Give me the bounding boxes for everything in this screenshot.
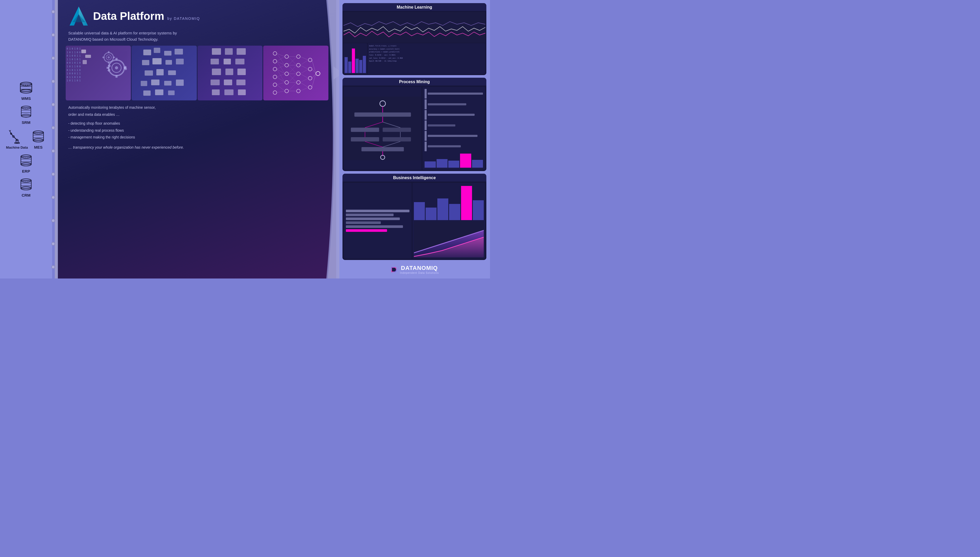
svg-rect-97: [237, 68, 245, 75]
brand-sub: Independent Data Solutions: [400, 272, 439, 274]
brand-subtitle: by DATANOMIQ: [167, 16, 200, 21]
svg-point-122: [308, 77, 312, 80]
svg-rect-103: [238, 90, 245, 95]
svg-line-156: [300, 82, 308, 87]
svg-point-47: [23, 181, 24, 182]
erp-item: ERP: [18, 154, 34, 173]
svg-rect-171: [383, 127, 411, 132]
svg-rect-69: [113, 57, 115, 58]
svg-rect-56: [115, 58, 117, 60]
svg-rect-90: [225, 48, 232, 55]
logo: [68, 5, 89, 28]
svg-rect-99: [224, 80, 232, 85]
svg-point-66: [108, 56, 110, 59]
svg-point-15: [27, 109, 28, 109]
mes-icon: [31, 130, 46, 144]
svg-rect-75: [142, 60, 150, 65]
svg-rect-68: [108, 62, 109, 64]
svg-rect-174: [351, 137, 379, 141]
srm-label: SRM: [22, 120, 30, 125]
machine-data-icon: [8, 129, 26, 145]
brand-logo: DATANOMIQ Independent Data Solutions: [390, 264, 439, 275]
svg-rect-78: [176, 59, 184, 64]
svg-point-105: [273, 59, 277, 63]
bottom-intro: Automatically monitoring terabytes of ma…: [68, 104, 326, 118]
svg-line-135: [277, 82, 285, 85]
panel-binary: 0 1 0 1 0 11 0 1 1 0 00 1 0 0 1 11 1 0 1…: [66, 46, 131, 100]
svg-point-107: [273, 75, 277, 79]
svg-point-109: [273, 91, 277, 94]
svg-point-55: [115, 66, 118, 69]
svg-point-104: [273, 52, 277, 55]
machine-data-label: Machine Data: [6, 145, 28, 150]
svg-rect-76: [153, 58, 162, 64]
svg-rect-91: [236, 48, 245, 55]
crm-label: CRM: [22, 193, 31, 197]
svg-point-123: [308, 86, 312, 89]
svg-line-152: [300, 65, 308, 69]
svg-rect-80: [156, 69, 164, 75]
svg-line-153: [300, 69, 308, 74]
svg-point-120: [308, 58, 312, 62]
title-group: Data Platform by DATANOMIQ: [93, 10, 200, 22]
wms-label: WMS: [21, 96, 31, 101]
svg-point-31: [36, 134, 36, 134]
svg-line-126: [277, 54, 285, 65]
bullet-list: - detecting shop floor anomalies - under…: [68, 120, 326, 141]
svg-point-115: [297, 55, 300, 59]
svg-rect-93: [223, 59, 231, 64]
machine-learning-card: Machine Learning: [343, 3, 486, 75]
mes-label: MES: [34, 145, 43, 150]
svg-point-110: [285, 55, 289, 59]
svg-point-48: [25, 181, 26, 182]
spiral-dot: [51, 149, 55, 153]
svg-point-33: [39, 134, 40, 134]
bi-vbar-area-chart: [413, 183, 485, 259]
machine-data-item: Machine Data: [6, 129, 28, 150]
spiral-dot: [51, 126, 55, 130]
wms-icon: [18, 81, 34, 95]
svg-point-114: [285, 89, 289, 93]
svg-point-116: [297, 64, 300, 67]
svg-rect-95: [211, 68, 221, 75]
svg-rect-73: [164, 51, 172, 55]
svg-rect-81: [168, 70, 176, 75]
spiral-edge: [51, 0, 55, 278]
svg-rect-72: [154, 48, 160, 53]
process-mining-card: Process Mining: [343, 78, 486, 171]
header-area: Data Platform by DATANOMIQ: [58, 0, 336, 29]
svg-line-154: [300, 74, 308, 78]
spiral-dot: [51, 242, 55, 246]
svg-line-130: [277, 65, 285, 69]
svg-point-119: [297, 89, 300, 93]
svg-rect-77: [166, 60, 172, 65]
ml-bar-code: model.fit(X_train, y_train) accuracy = m…: [343, 43, 485, 74]
panel-neural: [263, 46, 328, 100]
pm-bar-chart: [423, 87, 485, 170]
ml-bar-chart: [343, 43, 367, 74]
svg-point-14: [25, 109, 26, 109]
panel-blocks: [132, 46, 197, 100]
svg-rect-94: [235, 59, 244, 64]
svg-rect-102: [224, 90, 233, 95]
svg-point-117: [297, 72, 300, 76]
svg-point-106: [273, 67, 277, 71]
svg-rect-96: [225, 68, 233, 75]
svg-rect-89: [211, 48, 221, 55]
svg-rect-92: [210, 59, 219, 64]
crm-item: CRM: [18, 178, 34, 197]
svg-point-113: [285, 81, 289, 84]
main-title: Data Platform: [93, 10, 164, 22]
panels-container: 0 1 0 1 0 11 0 1 1 0 00 1 0 0 1 11 1 0 1…: [66, 46, 328, 100]
spiral-dot: [51, 219, 55, 222]
business-intelligence-card: Business Intelligence: [343, 174, 486, 260]
spiral-dot: [51, 56, 55, 60]
main-area: Data Platform by DATANOMIQ Scalable univ…: [55, 0, 336, 278]
svg-rect-88: [168, 91, 175, 95]
svg-point-124: [316, 72, 320, 76]
svg-point-32: [37, 134, 38, 134]
svg-line-136: [277, 85, 285, 91]
svg-point-49: [27, 181, 28, 182]
svg-rect-79: [145, 70, 153, 76]
spiral-dot: [51, 103, 55, 106]
